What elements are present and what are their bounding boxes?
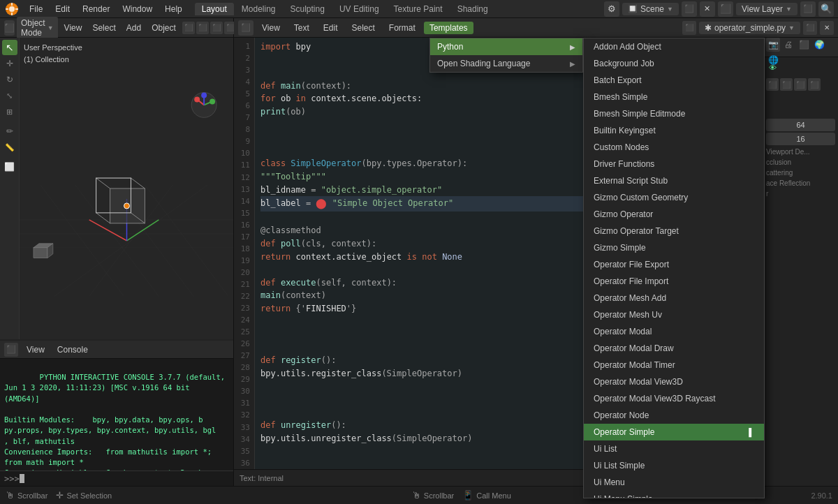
tlist-item-22[interactable]: Operator Node [584,407,764,424]
tlist-item-16[interactable]: Operator Mesh Uv [584,306,764,323]
mouse-icon: 🖱 [6,490,15,501]
viewport-object-btn[interactable]: Object [147,22,180,34]
tlist-item-5[interactable]: Builtin Keyingset [584,122,764,139]
tlist-item-8[interactable]: External Script Stub [584,172,764,189]
expand-viewlayer-icon[interactable]: ⬛ [800,1,816,17]
tlist-item-21[interactable]: Operator Modal View3D Raycast [584,390,764,407]
file-name-display[interactable]: ✱ operator_simple.py ▼ [699,22,800,34]
tlist-item-6[interactable]: Custom Nodes [584,139,764,156]
tlist-item-24[interactable]: Ui List [584,440,764,457]
tool-rotate[interactable]: ↻ [2,72,17,87]
editor-tab-templates[interactable]: Templates [424,22,473,34]
tlist-item-18[interactable]: Operator Modal Draw [584,340,764,357]
templates-osl-item[interactable]: Open Shading Language ▶ [430,55,582,72]
close-scene-icon[interactable]: ✕ [700,1,715,17]
prop-eye-icon[interactable]: 👁 [766,61,779,74]
props-header: 📷 🖨 ⬛ 🌍 🌐 [763,38,838,57]
console-view-btn[interactable]: View [22,343,49,356]
props-icon-view-layer[interactable]: ⬛ [797,38,811,52]
prop-label-3: cattering [763,168,838,178]
prop-number-1[interactable]: 64 [766,119,835,131]
tool-scale[interactable]: ⤡ [2,88,17,103]
tool-add-cube[interactable]: ⬜ [2,159,17,175]
view-layer-icon[interactable]: ⬛ [718,1,733,17]
props-icon-output[interactable]: 🖨 [781,38,795,52]
tlist-item-0[interactable]: Addon Add Object [584,38,764,55]
editor-type-icon[interactable]: ⬛ [238,20,253,36]
tlist-item-14[interactable]: Operator File Import [584,273,764,290]
workspace-tab-modeling[interactable]: Modeling [235,3,283,15]
tlist-item-27[interactable]: Ui Menu Simple [584,491,764,498]
viewport-add-btn[interactable]: Add [122,22,145,34]
vp-icon-3[interactable]: ⬛ [210,22,223,34]
tlist-item-26[interactable]: Ui Menu [584,474,764,491]
prop-icon-a[interactable]: ⬛ [766,78,779,91]
tlist-item-12[interactable]: Gizmo Simple [584,239,764,256]
tlist-item-15[interactable]: Operator Mesh Add [584,290,764,306]
console-editor-icon[interactable]: ⬛ [4,343,18,357]
tool-measure[interactable]: 📏 [2,140,17,155]
tlist-item-7[interactable]: Driver Functions [584,156,764,172]
tlist-item-17[interactable]: Operator Modal [584,323,764,340]
scene-selector[interactable]: 🔲 Scene ▼ [622,3,679,15]
render-icon[interactable]: ⚙ [604,1,619,17]
menu-edit[interactable]: Edit [50,3,75,15]
prop-number-2[interactable]: 16 [766,133,835,145]
prop-icon-row: ⬛ ⬛ ⬛ ⬛ [766,78,835,91]
viewport-view-btn[interactable]: View [60,22,87,34]
viewport-editor-icon[interactable]: ⬛ [4,20,15,36]
tool-move[interactable]: ✛ [2,56,17,71]
view-layer-selector[interactable]: View Layer ▼ [736,3,797,15]
tlist-item-selected[interactable]: Operator Simple ▌ [584,424,764,440]
expand-scene-icon[interactable]: ⬛ [682,1,697,17]
prop-icon-b[interactable]: ⬛ [780,78,793,91]
workspace-tab-uv-editing[interactable]: UV Editing [332,3,386,15]
tlist-item-4[interactable]: Bmesh Simple Editmode [584,105,764,122]
tlist-item-1[interactable]: Background Job [584,55,764,72]
console-input-row[interactable]: >>> [0,470,233,486]
prop-icon-d[interactable]: ⬛ [808,78,821,91]
tlist-item-13[interactable]: Operator File Export [584,256,764,273]
search-icon[interactable]: 🔍 [818,1,834,17]
workspace-tab-shading[interactable]: Shading [450,3,495,15]
editor-tab-format[interactable]: Format [383,22,421,34]
object-mode-dropdown[interactable]: Object Mode ▼ [17,17,58,39]
menu-help[interactable]: Help [159,3,188,15]
tlist-item-3[interactable]: Bmesh Simple [584,89,764,105]
console-btn[interactable]: Console [53,343,92,356]
tlist-item-11[interactable]: Gizmo Operator Target [584,223,764,239]
menu-file[interactable]: File [24,3,48,15]
workspace-tab-layout[interactable]: Layout [195,3,234,15]
vp-icon-2[interactable]: ⬛ [196,22,209,34]
menu-window[interactable]: Window [117,3,158,15]
tool-transform[interactable]: ⊞ [2,104,17,119]
tlist-item-9[interactable]: Gizmo Custom Geometry [584,189,764,206]
tlist-item-20[interactable]: Operator Modal View3D [584,373,764,390]
tlist-item-10[interactable]: Gizmo Operator [584,206,764,223]
viewport-scene [20,38,233,339]
new-file-icon[interactable]: ⬛ [803,21,817,35]
editor-icon2[interactable]: ⬛ [682,21,696,35]
vp-icon-1[interactable]: ⬛ [182,22,195,34]
status-left: 🖱 Scrollbar [6,490,47,501]
templates-python-item[interactable]: Python ▶ [430,38,582,55]
viewport-select-btn[interactable]: Select [88,22,119,34]
tlist-item-19[interactable]: Operator Modal Timer [584,357,764,373]
prop-icon-c[interactable]: ⬛ [794,78,807,91]
tlist-item-25[interactable]: Ui List Simple [584,457,764,474]
props-icon-render[interactable]: 📷 [766,38,780,52]
tlist-item-2[interactable]: Batch Export [584,72,764,89]
blender-logo[interactable] [4,1,20,17]
workspace-tab-sculpting[interactable]: Sculpting [284,3,332,15]
editor-tab-text[interactable]: Text [288,22,315,34]
workspace-tab-texture-paint[interactable]: Texture Paint [387,3,450,15]
tool-cursor[interactable]: ↖ [2,40,17,55]
editor-tab-select[interactable]: Select [346,22,381,34]
editor-tab-view[interactable]: View [256,22,286,34]
svg-point-34 [194,96,200,102]
props-icon-scene[interactable]: 🌍 [812,38,826,52]
tool-annotate[interactable]: ✏ [2,124,17,139]
close-editor-icon[interactable]: ✕ [820,21,834,35]
editor-tab-edit[interactable]: Edit [318,22,344,34]
menu-render[interactable]: Render [77,3,115,15]
